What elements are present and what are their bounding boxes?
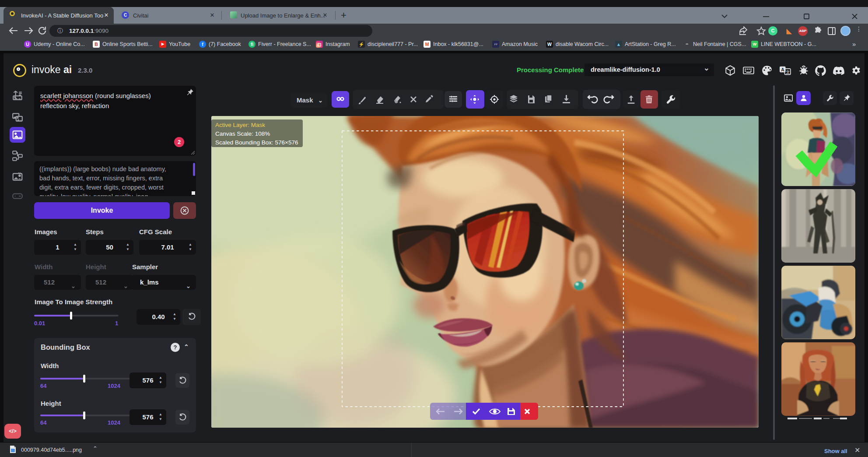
svg-text:A: A bbox=[781, 67, 784, 72]
svg-text:文: 文 bbox=[786, 70, 790, 74]
